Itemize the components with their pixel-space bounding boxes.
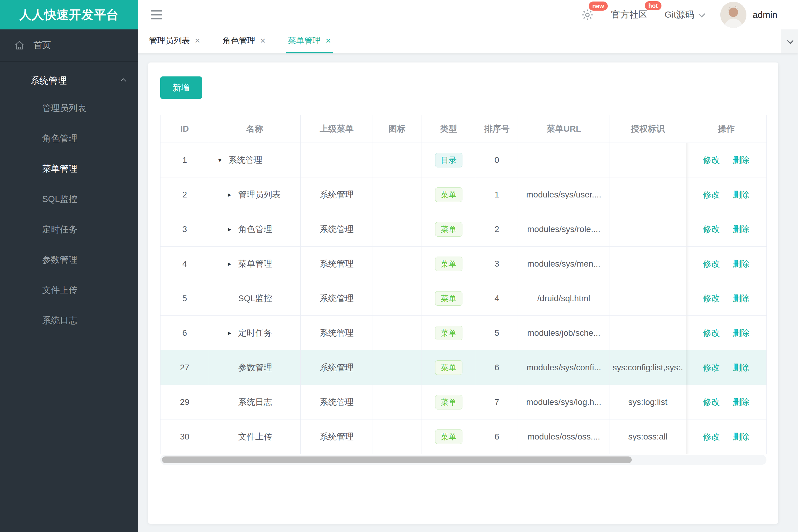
sidebar-item-7[interactable]: 系统日志 — [0, 305, 138, 336]
tree-toggle-icon[interactable]: ▸ — [228, 191, 238, 199]
column-header: 授权标识 — [610, 115, 686, 143]
cell-perms: sys:log:list — [610, 385, 686, 419]
edit-link[interactable]: 修改 — [703, 363, 720, 372]
tree-toggle-icon[interactable]: ▸ — [228, 329, 238, 337]
cell-parent-menu: 系统管理 — [301, 247, 373, 281]
cell-icon — [373, 350, 422, 385]
cell-parent-menu: 系统管理 — [301, 177, 373, 212]
app-logo: 人人快速开发平台 — [0, 0, 138, 30]
edit-link[interactable]: 修改 — [703, 225, 720, 234]
tab-0[interactable]: 管理员列表 × — [147, 30, 202, 53]
edit-link[interactable]: 修改 — [703, 155, 720, 165]
cell-actions: 修改 删除 — [686, 143, 767, 177]
close-icon[interactable]: × — [195, 36, 200, 45]
sidebar-home-label: 首页 — [33, 39, 51, 51]
user-menu[interactable]: admin — [720, 2, 777, 28]
cell-icon — [373, 247, 422, 281]
table-row[interactable]: 29 系统日志 系统管理 菜单 7 modules/sys/log.h... s… — [161, 385, 767, 419]
cell-actions: 修改 删除 — [686, 212, 767, 247]
table-row[interactable]: 6 ▸ 定时任务 系统管理 菜单 5 modules/job/sche... 修… — [161, 316, 767, 350]
type-badge: 菜单 — [435, 187, 462, 202]
cell-parent-menu: 系统管理 — [301, 281, 373, 316]
delete-link[interactable]: 删除 — [732, 432, 749, 441]
menu-name: 管理员列表 — [238, 189, 281, 201]
header-actions: new 官方社区 hot Git源码 admin — [581, 0, 777, 30]
cell-id: 27 — [161, 350, 209, 385]
sidebar-item-1[interactable]: 角色管理 — [0, 124, 138, 154]
delete-link[interactable]: 删除 — [732, 155, 749, 165]
sidebar-item-4[interactable]: 定时任务 — [0, 214, 138, 245]
cell-id: 6 — [161, 316, 209, 350]
scrollbar-thumb[interactable] — [162, 456, 632, 463]
type-badge: 菜单 — [435, 360, 462, 375]
table-row[interactable]: 2 ▸ 管理员列表 系统管理 菜单 1 modules/sys/user....… — [161, 177, 767, 212]
edit-link[interactable]: 修改 — [703, 328, 720, 338]
sidebar-group-system[interactable]: 系统管理 — [0, 68, 138, 93]
add-button[interactable]: 新增 — [160, 76, 202, 99]
cell-perms — [610, 316, 686, 350]
table-row[interactable]: 5 SQL监控 系统管理 菜单 4 /druid/sql.html 修改 删除 — [161, 281, 767, 316]
delete-link[interactable]: 删除 — [732, 190, 749, 199]
table-row[interactable]: 4 ▸ 菜单管理 系统管理 菜单 3 modules/sys/men... 修改… — [161, 247, 767, 281]
sidebar-item-0[interactable]: 管理员列表 — [0, 93, 138, 124]
tab-1[interactable]: 角色管理 × — [221, 30, 267, 53]
community-link[interactable]: 官方社区 hot — [611, 8, 648, 21]
settings-button[interactable]: new — [581, 8, 594, 21]
menu-name: 角色管理 — [238, 224, 272, 235]
menu-toggle-button[interactable] — [151, 10, 163, 20]
table-row[interactable]: 27 参数管理 系统管理 菜单 6 modules/sys/confi... s… — [161, 350, 767, 385]
cell-id: 3 — [161, 212, 209, 247]
type-badge: 菜单 — [435, 222, 462, 236]
new-badge: new — [589, 1, 608, 11]
cell-order: 1 — [476, 177, 518, 212]
tree-toggle-icon[interactable]: ▸ — [228, 225, 238, 233]
cell-order: 7 — [476, 385, 518, 419]
table-row[interactable]: 1 ▾ 系统管理 目录 0 修改 删除 — [161, 143, 767, 177]
column-header: 名称 — [209, 115, 301, 143]
cell-order: 0 — [476, 143, 518, 177]
column-header: 操作 — [686, 115, 767, 143]
cell-icon — [373, 385, 422, 419]
edit-link[interactable]: 修改 — [703, 190, 720, 199]
edit-link[interactable]: 修改 — [703, 293, 720, 303]
cell-perms — [610, 281, 686, 316]
close-icon[interactable]: × — [326, 36, 331, 45]
sidebar-item-home[interactable]: 首页 — [0, 30, 138, 61]
sidebar-item-6[interactable]: 文件上传 — [0, 275, 138, 305]
cell-order: 4 — [476, 281, 518, 316]
tree-toggle-icon[interactable]: ▾ — [218, 156, 228, 164]
tabs-dropdown-button[interactable] — [781, 30, 798, 53]
cell-type: 菜单 — [422, 177, 476, 212]
sidebar-item-label: 定时任务 — [42, 224, 77, 236]
cell-menu-url: modules/sys/role.... — [518, 212, 610, 247]
delete-link[interactable]: 删除 — [732, 328, 749, 338]
cell-type: 菜单 — [422, 212, 476, 247]
delete-link[interactable]: 删除 — [732, 363, 749, 372]
delete-link[interactable]: 删除 — [732, 259, 749, 268]
edit-link[interactable]: 修改 — [703, 259, 720, 268]
cell-parent-menu — [301, 143, 373, 177]
menu-name: SQL监控 — [238, 293, 272, 304]
edit-link[interactable]: 修改 — [703, 397, 720, 407]
delete-link[interactable]: 删除 — [732, 225, 749, 234]
git-source-label: Git源码 — [665, 8, 694, 21]
close-icon[interactable]: × — [260, 36, 266, 45]
table-row[interactable]: 3 ▸ 角色管理 系统管理 菜单 2 modules/sys/role.... … — [161, 212, 767, 247]
sidebar-item-label: 系统日志 — [42, 315, 77, 327]
sidebar-item-3[interactable]: SQL监控 — [0, 184, 138, 214]
tab-2[interactable]: 菜单管理 × — [286, 30, 333, 53]
delete-link[interactable]: 删除 — [732, 293, 749, 303]
git-source-menu[interactable]: Git源码 — [665, 8, 703, 21]
cell-perms — [610, 177, 686, 212]
menu-name: 系统管理 — [228, 154, 262, 166]
delete-link[interactable]: 删除 — [732, 397, 749, 407]
table-row[interactable]: 30 文件上传 系统管理 菜单 6 modules/oss/oss.... sy… — [161, 419, 767, 454]
sidebar-item-2[interactable]: 菜单管理 — [0, 154, 138, 184]
app-title: 人人快速开发平台 — [19, 6, 119, 23]
tree-toggle-icon[interactable]: ▸ — [228, 260, 238, 268]
cell-icon — [373, 419, 422, 454]
horizontal-scrollbar[interactable] — [160, 455, 766, 465]
cell-name: ▸ 定时任务 — [209, 316, 301, 350]
edit-link[interactable]: 修改 — [703, 432, 720, 441]
sidebar-item-5[interactable]: 参数管理 — [0, 245, 138, 275]
